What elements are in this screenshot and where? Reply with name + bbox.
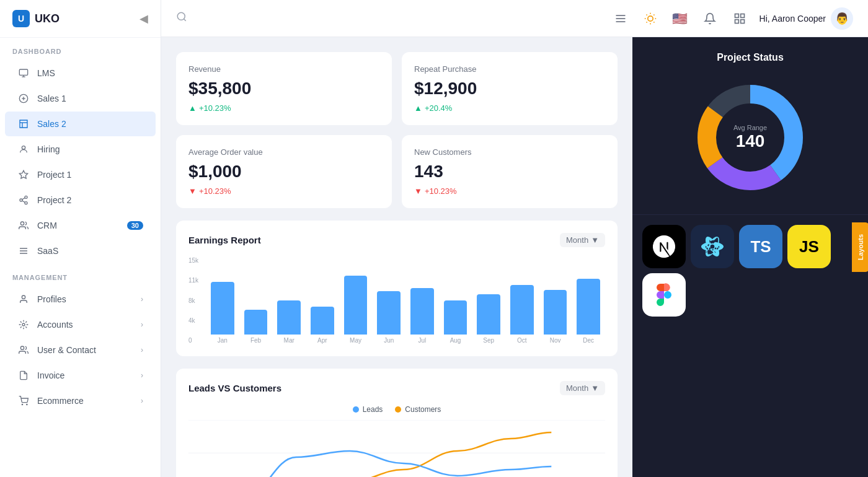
sidebar-item-accounts[interactable]: Accounts › — [5, 312, 156, 337]
tech-icon-javascript[interactable]: JS — [787, 225, 831, 268]
bar-Jan — [211, 282, 234, 335]
sidebar-item-label-ecommerce: Ecommerce — [37, 396, 84, 406]
bar-label-Dec: Dec — [583, 337, 594, 344]
bar-Nov — [544, 290, 567, 335]
stat-change-repeat-purchase: ▲ +20.4% — [414, 103, 605, 113]
sidebar-item-sales2[interactable]: Sales 2 — [5, 112, 156, 136]
stat-value-new-customers: 143 — [414, 162, 605, 182]
stat-arrow-revenue: ▲ — [188, 103, 197, 113]
logo-icon: U — [12, 10, 30, 27]
avatar: 👨 — [831, 7, 853, 30]
sidebar-item-sales1[interactable]: Sales 1 — [5, 86, 156, 111]
leads-svg — [188, 420, 605, 477]
svg-point-21 — [647, 15, 652, 20]
donut-avg-value: 140 — [733, 131, 767, 151]
crm-badge: 30 — [127, 221, 143, 230]
sidebar-header: U UKO ◀ — [0, 0, 161, 38]
ecommerce-icon — [17, 395, 30, 407]
main-area: 🇺🇸 Hi, Aaron Cooper 👨 Revenue $35,800 ▲ … — [161, 0, 868, 477]
bar-label-Mar: Mar — [284, 337, 294, 344]
bar-column: Mar — [272, 300, 306, 344]
sidebar-item-invoice[interactable]: Invoice › — [5, 363, 156, 388]
sidebar-item-saas[interactable]: SaaS — [5, 239, 156, 263]
bar-label-Jun: Jun — [384, 337, 394, 344]
sidebar-item-lms[interactable]: LMS — [5, 61, 156, 85]
svg-point-8 — [25, 202, 27, 204]
sidebar-item-ecommerce[interactable]: Ecommerce › — [5, 388, 156, 413]
sidebar-item-project2[interactable]: Project 2 — [5, 188, 156, 212]
menu-icon[interactable] — [611, 9, 631, 28]
bar-Oct — [510, 285, 534, 335]
svg-line-9 — [22, 201, 25, 203]
svg-point-7 — [20, 199, 22, 201]
tech-icon-nextjs[interactable] — [642, 225, 686, 268]
tech-icon-figma[interactable] — [642, 273, 686, 317]
sidebar-item-label-saas: SaaS — [37, 246, 58, 256]
bar-column: Feb — [239, 310, 273, 344]
hiring-icon — [17, 143, 30, 155]
stat-percent-revenue: +10.23% — [199, 103, 231, 113]
chart-title: Earnings Report — [188, 235, 261, 245]
accounts-icon — [17, 318, 30, 331]
stat-percent-new-customers: +10.23% — [425, 186, 457, 196]
svg-rect-0 — [19, 69, 27, 75]
sidebar-item-label-profiles: Profiles — [37, 294, 66, 304]
y-label: 11k — [188, 277, 198, 284]
flag-icon[interactable]: 🇺🇸 — [670, 9, 690, 28]
bar-label-Sep: Sep — [483, 337, 494, 344]
bar-column: May — [339, 276, 373, 344]
bar-Feb — [244, 310, 268, 335]
stat-arrow-avg-order: ▼ — [188, 186, 197, 196]
layouts-tab[interactable]: Layouts — [852, 222, 868, 272]
project2-icon — [17, 194, 30, 206]
donut-avg-label: Avg Range — [733, 124, 767, 131]
sidebar-item-profiles[interactable]: Profiles › — [5, 287, 156, 312]
tech-icon-react[interactable] — [691, 225, 734, 268]
stat-value-avg-order: $1,000 — [188, 162, 379, 182]
stats-grid: Revenue $35,800 ▲ +10.23% Repeat Purchas… — [176, 52, 618, 208]
bottom-charts: Earnings Report Month ▼ 15k11k8k4k0 Jan — [176, 221, 618, 356]
user-greeting: Hi, Aaron Cooper — [760, 14, 826, 24]
dark-panel: Project Status Avg Range 140 — [632, 37, 868, 477]
svg-point-16 — [27, 404, 27, 405]
chart-filter-dropdown[interactable]: Month ▼ — [560, 233, 605, 247]
svg-point-12 — [22, 295, 25, 299]
bar-label-Oct: Oct — [517, 337, 527, 344]
svg-line-28 — [646, 22, 647, 22]
profiles-icon — [17, 293, 30, 305]
svg-point-6 — [25, 196, 27, 198]
content-area: Revenue $35,800 ▲ +10.23% Repeat Purchas… — [161, 37, 868, 477]
bar-label-Apr: Apr — [317, 337, 327, 344]
sidebar-item-label-project1: Project 1 — [37, 170, 71, 180]
search-icon[interactable] — [176, 11, 187, 25]
sun-icon[interactable] — [640, 9, 660, 28]
tech-icon-typescript[interactable]: TS — [739, 225, 782, 268]
legend-label-leads: Leads — [363, 405, 383, 414]
bar-column: Aug — [439, 300, 472, 344]
sidebar-item-label-accounts: Accounts — [37, 320, 73, 330]
sidebar-section-label-0: DASHBOARD — [0, 38, 161, 60]
sidebar-item-user-contact[interactable]: User & Contact › — [5, 338, 156, 362]
sidebar-item-project1[interactable]: Project 1 — [5, 162, 156, 187]
stat-label-avg-order: Average Order value — [188, 147, 379, 157]
project-status-title: Project Status — [647, 52, 853, 63]
stat-card-revenue: Revenue $35,800 ▲ +10.23% — [176, 52, 392, 125]
leads-chart-area — [188, 420, 605, 477]
svg-line-29 — [653, 14, 654, 15]
sidebar-item-hiring[interactable]: Hiring — [5, 137, 156, 162]
bell-icon[interactable] — [700, 9, 720, 28]
sidebar-item-crm[interactable]: CRM 30 — [5, 213, 156, 238]
legend-dot-leads — [353, 406, 359, 413]
svg-line-10 — [22, 198, 25, 199]
leads-filter-dropdown[interactable]: Month ▼ — [560, 381, 605, 395]
sidebar-collapse-button[interactable]: ◀ — [140, 12, 148, 25]
bar-column: Jul — [405, 288, 439, 344]
user-profile[interactable]: Hi, Aaron Cooper 👨 — [760, 7, 853, 30]
leads-line — [188, 451, 551, 477]
donut-center: Avg Range 140 — [733, 124, 767, 151]
stat-percent-avg-order: +10.23% — [199, 186, 231, 196]
bar-column: Apr — [306, 307, 339, 344]
legend-dot-customers — [395, 406, 401, 413]
tech-icons-section: TSJS — [632, 215, 868, 326]
grid-icon[interactable] — [730, 9, 750, 28]
